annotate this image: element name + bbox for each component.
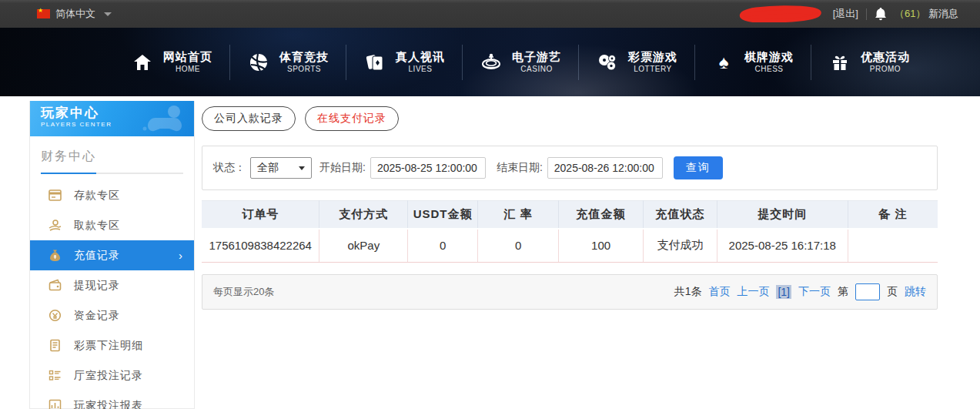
moneybag-icon (48, 249, 62, 262)
nav-item-lottery[interactable]: 彩票游戏LOTTERY (579, 50, 694, 74)
col-recharge-status: 充值状态 (644, 201, 717, 229)
next-page-link[interactable]: 下一页 (798, 285, 831, 299)
start-date-input[interactable] (370, 157, 486, 179)
wallet-icon (48, 279, 62, 292)
query-button[interactable]: 查询 (674, 156, 723, 179)
language-label: 简体中文 (55, 7, 95, 21)
nav-item-lives[interactable]: 真人视讯LIVES (346, 50, 462, 74)
cell-remark (848, 229, 938, 263)
sidebar-item-withdraw[interactable]: 取款专区 (30, 210, 194, 240)
col-recharge-amount: 充值金额 (559, 201, 644, 229)
table-row: 1756109838422264 okPay 0 0 100 支付成功 2025… (202, 229, 938, 263)
jump-link[interactable]: 跳转 (905, 285, 926, 299)
section-underline (41, 173, 183, 174)
redacted-username-scribble (738, 5, 824, 22)
nav-item-home[interactable]: 网站首页HOME (114, 50, 229, 74)
lottery-balls-icon (596, 51, 619, 74)
nav-label-en: PROMO (870, 65, 901, 75)
nav-label-zh: 真人视讯 (396, 50, 445, 65)
spade-icon: ♠ (712, 51, 735, 74)
nav-label-en: CHESS (755, 65, 784, 75)
sidebar-item-funds-records[interactable]: 资金记录 (30, 300, 194, 330)
china-flag-icon: ★ (37, 9, 50, 18)
nav-item-casino[interactable]: 电子游艺CASINO (463, 50, 578, 74)
message-label: 新消息 (928, 8, 958, 19)
logout-link[interactable]: [退出] (833, 7, 858, 21)
gamepad-icon (140, 104, 188, 136)
page-jump-input[interactable] (855, 283, 880, 300)
nav-label-zh: 彩票游戏 (628, 50, 677, 65)
coins-icon (48, 309, 62, 322)
language-selector[interactable]: ★ 简体中文 (37, 7, 112, 21)
top-bar: ★ 简体中文 [退出] （61） 新消息 (0, 0, 980, 28)
chevron-down-icon (299, 166, 305, 170)
start-date-label: 开始日期: (319, 161, 366, 175)
sidebar-item-lottery-bet-details[interactable]: 彩票下注明细 (30, 330, 194, 360)
page-size-text: 每页显示20条 (213, 285, 274, 299)
sidebar-item-label: 提现记录 (74, 279, 120, 293)
nav-label-en: HOME (176, 65, 200, 75)
players-center-header[interactable]: 玩家中心 PLAYERS CENTER (30, 101, 194, 136)
nav-label-zh: 网站首页 (163, 50, 212, 65)
sidebar-menu: 存款专区 取款专区 充值记录 › 提现记录 资金记录 (30, 180, 194, 409)
sidebar: 玩家中心 PLAYERS CENTER 财务中心 存款专区 取款专区 (29, 101, 195, 409)
first-page-link[interactable]: 首页 (708, 285, 730, 299)
document-icon (48, 339, 62, 352)
record-tabs: 公司入款记录 在线支付记录 (202, 106, 938, 131)
nav-label-zh: 优惠活动 (861, 50, 910, 65)
nav-label-en: SPORTS (287, 65, 321, 75)
main-nav-banner: 网站首页HOME 体育竞技SPORTS 真人视讯LIVES (0, 28, 980, 96)
col-remark: 备 注 (848, 201, 938, 229)
report-icon (48, 399, 62, 409)
status-label: 状态： (213, 161, 246, 175)
deposit-card-icon (48, 189, 62, 202)
bell-icon[interactable] (875, 7, 887, 21)
jump-prefix-label: 第 (838, 285, 848, 299)
cell-recharge-amount: 100 (559, 229, 644, 263)
messages[interactable]: （61） 新消息 (895, 7, 958, 21)
col-submit-time: 提交时间 (717, 201, 848, 229)
sidebar-item-label: 厅室投注记录 (74, 369, 143, 383)
message-count: （61） (895, 8, 925, 19)
finance-section: 财务中心 (30, 136, 194, 174)
nav-label-en: LOTTERY (634, 65, 671, 75)
cell-order-number: 1756109838422264 (202, 229, 319, 263)
sidebar-item-label: 存款专区 (74, 189, 120, 203)
sidebar-item-deposit[interactable]: 存款专区 (30, 180, 194, 210)
main-nav: 网站首页HOME 体育竞技SPORTS 真人视讯LIVES (114, 45, 927, 80)
col-payment-method: 支付方式 (319, 201, 408, 229)
jump-suffix-label: 页 (887, 285, 898, 299)
nav-item-promo[interactable]: 优惠活动PROMO (811, 50, 927, 74)
total-count-text: 共1条 (674, 285, 702, 299)
nav-label-en: LIVES (409, 65, 433, 75)
ball-icon (247, 51, 270, 74)
prev-page-link[interactable]: 上一页 (737, 285, 769, 299)
sidebar-item-label: 玩家投注报表 (74, 399, 143, 409)
status-select[interactable]: 全部 (250, 157, 312, 179)
nav-label-zh: 体育竞技 (279, 50, 329, 65)
tab-company-deposit-records[interactable]: 公司入款记录 (202, 106, 296, 131)
filter-bar: 状态： 全部 开始日期: 结束日期: 查询 (202, 146, 938, 190)
tab-online-payment-records[interactable]: 在线支付记录 (305, 106, 399, 131)
nav-item-chess[interactable]: ♠ 棋牌游戏CHESS (695, 50, 811, 74)
sidebar-item-recharge-records[interactable]: 充值记录 › (30, 240, 194, 270)
sidebar-item-withdrawal-records[interactable]: 提现记录 (30, 270, 194, 300)
cell-submit-time: 2025-08-25 16:17:18 (717, 229, 848, 263)
end-date-input[interactable] (547, 157, 663, 179)
sidebar-item-room-bet-records[interactable]: 厅室投注记录 (30, 360, 194, 391)
cell-usdt-amount: 0 (408, 229, 478, 263)
gift-icon (828, 51, 851, 74)
sidebar-item-label: 资金记录 (74, 309, 120, 323)
current-page-indicator: [1] (776, 285, 791, 299)
nav-item-sports[interactable]: 体育竞技SPORTS (230, 50, 346, 74)
home-icon (131, 51, 154, 74)
end-date-label: 结束日期: (497, 161, 543, 175)
col-exchange-rate: 汇 率 (477, 201, 558, 229)
chevron-down-icon (104, 12, 112, 16)
sidebar-item-label: 取款专区 (74, 219, 120, 233)
nav-label-zh: 棋牌游戏 (744, 50, 794, 65)
recharge-records-table: 订单号 支付方式 USDT金额 汇 率 充值金额 充值状态 提交时间 备 注 1… (202, 200, 938, 263)
list-icon (48, 369, 62, 382)
sidebar-item-player-bet-report[interactable]: 玩家投注报表 (30, 391, 194, 409)
sidebar-item-label: 彩票下注明细 (74, 339, 143, 353)
